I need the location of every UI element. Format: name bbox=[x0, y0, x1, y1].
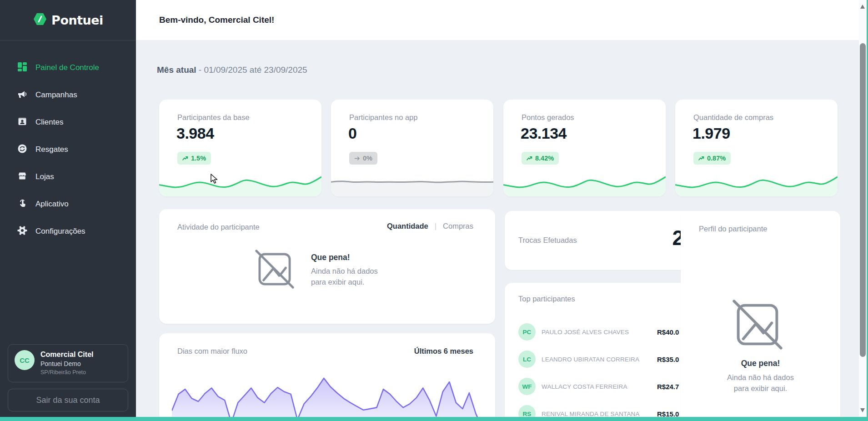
activity-tabs: Quantidade | Compras bbox=[387, 222, 473, 231]
trocas-card: Trocas Efetuadas 2 bbox=[505, 211, 696, 270]
tab-compras[interactable]: Compras bbox=[443, 222, 473, 231]
stat-title: Pontos gerados bbox=[522, 113, 574, 122]
stat-delta-badge: 0% bbox=[349, 152, 377, 165]
stat-delta-badge: 1.5% bbox=[177, 152, 211, 165]
trocas-title: Trocas Efetuadas bbox=[518, 236, 577, 245]
sidebar-item-clientes[interactable]: Clientes bbox=[0, 111, 136, 134]
scroll-up-arrow-icon[interactable] bbox=[860, 5, 865, 9]
top-participantes-title: Top participantes bbox=[518, 295, 575, 303]
fluxo-range-label: Últimos 6 meses bbox=[414, 347, 473, 356]
empty-state-title: Que pena! bbox=[681, 359, 840, 368]
trend-up-icon bbox=[182, 155, 188, 161]
activity-card: Atividade do participante Quantidade | C… bbox=[159, 209, 495, 324]
sidebar-item-painel-de-controle[interactable]: Painel de Controle bbox=[0, 56, 136, 79]
period-name: Mês atual bbox=[157, 65, 196, 75]
sidebar-item-label: Clientes bbox=[35, 118, 63, 127]
empty-state-title: Que pena! bbox=[311, 253, 378, 262]
top-participantes-card: Top participantes PC PAULO JOSÉ ALVES CH… bbox=[505, 283, 696, 421]
participant-name: LEANDRO UBIRATAN CORREIRA bbox=[542, 356, 639, 363]
touch-app-icon bbox=[17, 198, 27, 210]
brand-name: Pontuei bbox=[51, 13, 103, 27]
sidebar-item-campanhas[interactable]: Campanhas bbox=[0, 84, 136, 106]
scroll-down-arrow-icon[interactable] bbox=[860, 408, 865, 412]
user-card[interactable]: CC Comercial Citel Pontuei Demo SP/Ribei… bbox=[8, 344, 128, 382]
mouse-cursor bbox=[210, 174, 220, 186]
sidebar-item-aplicativo[interactable]: Aplicativo bbox=[0, 193, 136, 216]
participant-row[interactable]: PC PAULO JOSÉ ALVES CHAVES R$40.0 bbox=[518, 323, 691, 341]
fluxo-title: Dias com maior fluxo bbox=[177, 347, 247, 356]
sparkline-chart bbox=[503, 171, 666, 196]
logo: Pontuei bbox=[0, 0, 136, 40]
stat-card-participantes-app: Participantes no app 0 0% bbox=[331, 100, 493, 196]
participant-name: PAULO JOSÉ ALVES CHAVES bbox=[542, 329, 629, 336]
perfil-title: Perfil do participante bbox=[699, 225, 767, 233]
participant-row[interactable]: WF WALLACY COSTA FERREIRA R$24.7 bbox=[518, 378, 691, 395]
stat-value: 1.979 bbox=[692, 125, 730, 142]
stat-value: 3.984 bbox=[176, 125, 214, 142]
stat-delta-badge: 0.87% bbox=[693, 152, 731, 165]
sidebar-item-lojas[interactable]: Lojas bbox=[0, 165, 136, 188]
period-range: - 01/09/2025 até 23/09/2025 bbox=[196, 65, 307, 75]
fluxo-card: Dias com maior fluxo Últimos 6 meses bbox=[159, 333, 495, 421]
sidebar-item-resgates[interactable]: Resgates bbox=[0, 138, 136, 161]
sparkline-chart bbox=[159, 171, 321, 196]
participant-value: R$15.0 bbox=[657, 410, 679, 418]
user-org: Pontuei Demo bbox=[40, 359, 93, 368]
sidebar-nav: Painel de Controle Campanhas bbox=[0, 56, 136, 243]
participant-value: R$24.7 bbox=[657, 383, 679, 391]
sidebar-item-label: Painel de Controle bbox=[35, 63, 99, 72]
main-content: Mês atual - 01/09/2025 até 23/09/2025 Pa… bbox=[136, 40, 859, 417]
stat-card-participantes-base: Participantes da base 3.984 1.5% bbox=[159, 100, 321, 196]
activity-title: Atividade do participante bbox=[177, 223, 260, 231]
participant-value: R$35.0 bbox=[657, 356, 679, 363]
top-bar: Bem-vindo, Comercial Citel! bbox=[136, 0, 859, 40]
sidebar: Pontuei Painel de Controle bbox=[0, 0, 136, 417]
pontuei-hexagon-icon bbox=[33, 12, 47, 28]
empty-state-line1: Ainda não há dados bbox=[311, 266, 378, 276]
sparkline-chart bbox=[331, 171, 493, 196]
client-card-icon bbox=[17, 116, 27, 129]
store-icon bbox=[17, 171, 27, 183]
tab-separator: | bbox=[435, 222, 437, 231]
empty-state-line2: para exibir aqui. bbox=[681, 383, 840, 394]
vertical-scrollbar[interactable] bbox=[859, 0, 867, 417]
participant-avatar: LC bbox=[518, 351, 536, 368]
tab-quantidade[interactable]: Quantidade bbox=[387, 222, 428, 231]
period-label: Mês atual - 01/09/2025 até 23/09/2025 bbox=[157, 65, 307, 75]
fluxo-chart bbox=[172, 365, 482, 421]
megaphone-icon bbox=[17, 89, 27, 101]
sidebar-item-label: Aplicativo bbox=[35, 200, 69, 209]
no-data-icon bbox=[731, 298, 784, 353]
sparkline-chart bbox=[675, 171, 838, 196]
no-data-icon bbox=[254, 248, 296, 292]
trend-flat-icon bbox=[354, 155, 360, 161]
gear-icon bbox=[17, 226, 27, 238]
sidebar-item-label: Lojas bbox=[35, 172, 54, 181]
scrollbar-thumb[interactable] bbox=[860, 43, 866, 357]
trend-up-icon bbox=[527, 155, 532, 161]
sidebar-item-label: Configurações bbox=[35, 227, 85, 236]
stat-delta-badge: 8.42% bbox=[522, 152, 559, 165]
sidebar-item-configuracoes[interactable]: Configurações bbox=[0, 220, 136, 243]
stat-value: 0 bbox=[348, 125, 356, 142]
stat-value: 23.134 bbox=[521, 125, 567, 142]
logout-button[interactable]: Sair da sua conta bbox=[8, 389, 128, 411]
stat-card-pontos-gerados: Pontos gerados 23.134 8.42% bbox=[503, 100, 666, 196]
user-location: SP/Ribeirão Preto bbox=[40, 368, 93, 376]
dashboard-page: Pontuei Painel de Controle bbox=[0, 0, 868, 421]
bottom-frame-bar bbox=[0, 417, 868, 421]
welcome-title: Bem-vindo, Comercial Citel! bbox=[159, 15, 274, 25]
participant-avatar: WF bbox=[518, 378, 536, 395]
participant-avatar: PC bbox=[518, 323, 536, 341]
empty-state-line1: Ainda não há dados bbox=[681, 372, 840, 383]
trend-up-icon bbox=[698, 155, 704, 161]
perfil-card: Perfil do participante Que pena! Ainda n… bbox=[681, 211, 840, 421]
empty-state-line2: para exibir aqui. bbox=[311, 276, 378, 287]
participant-row[interactable]: LC LEANDRO UBIRATAN CORREIRA R$35.0 bbox=[518, 351, 691, 368]
sidebar-item-label: Resgates bbox=[35, 145, 68, 154]
dashboard-icon bbox=[17, 62, 27, 74]
user-name: Comercial Citel bbox=[40, 350, 93, 359]
stat-title: Participantes no app bbox=[349, 113, 417, 122]
participant-name: RENIVAL MIRANDA DE SANTANA bbox=[542, 411, 640, 417]
participant-value: R$40.0 bbox=[657, 328, 679, 336]
